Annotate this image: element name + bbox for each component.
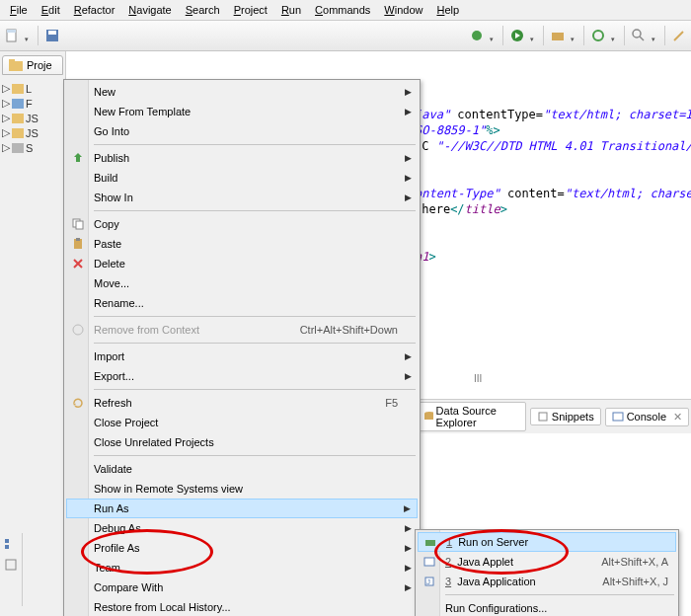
applet-icon xyxy=(422,554,437,570)
tab-snippets[interactable]: Snippets xyxy=(530,408,601,425)
tree-item[interactable]: ▷L xyxy=(2,81,63,96)
svg-rect-3 xyxy=(48,31,56,35)
dropdown-icon[interactable] xyxy=(652,34,658,38)
run-configurations[interactable]: Run Configurations... xyxy=(418,598,676,616)
cm-team[interactable]: Team▶ xyxy=(66,558,418,578)
folder-icon xyxy=(9,59,23,71)
sync-icon[interactable] xyxy=(590,28,606,43)
cm-run-as[interactable]: Run As▶ xyxy=(66,499,418,518)
java-application[interactable]: J3Java ApplicationAlt+Shift+X, J xyxy=(418,572,676,591)
paste-icon xyxy=(70,236,86,252)
new-icon[interactable] xyxy=(4,28,20,43)
svg-point-22 xyxy=(73,325,83,335)
cm-close-project[interactable]: Close Project xyxy=(66,413,418,432)
cm-profile-as[interactable]: Profile As▶ xyxy=(66,538,418,558)
menu-file[interactable]: File xyxy=(4,2,34,18)
svg-rect-30 xyxy=(613,413,623,421)
cm-publish[interactable]: Publish▶ xyxy=(66,148,418,168)
remove-context-icon xyxy=(70,322,86,338)
restore-icon[interactable] xyxy=(3,557,19,573)
menu-window[interactable]: Window xyxy=(378,2,428,18)
svg-rect-31 xyxy=(5,539,9,543)
svg-point-8 xyxy=(633,30,641,38)
menu-help[interactable]: Help xyxy=(430,2,465,18)
debug-icon[interactable] xyxy=(469,28,485,43)
svg-line-9 xyxy=(640,37,644,40)
save-icon[interactable] xyxy=(44,28,60,43)
bottom-tabs: Data Source Explorer Snippets Console✕ xyxy=(415,399,691,433)
left-panel: Proje ▷L ▷F ▷JS ▷JS ▷S xyxy=(0,51,66,616)
dropdown-icon[interactable] xyxy=(490,34,497,38)
svg-rect-15 xyxy=(12,114,24,123)
cm-copy[interactable]: Copy xyxy=(66,214,418,234)
tab-console[interactable]: Console✕ xyxy=(605,408,689,426)
svg-point-7 xyxy=(593,31,603,40)
svg-rect-23 xyxy=(425,540,435,546)
cm-new[interactable]: New▶ xyxy=(66,82,418,102)
dropdown-icon[interactable] xyxy=(25,34,32,38)
svg-line-10 xyxy=(674,32,683,40)
package-icon[interactable] xyxy=(550,28,566,43)
cm-remove-context[interactable]: Remove from ContextCtrl+Alt+Shift+Down xyxy=(66,320,418,340)
cm-debug-as[interactable]: Debug As▶ xyxy=(66,518,418,538)
tree-item[interactable]: ▷F xyxy=(2,96,63,111)
refresh-icon xyxy=(70,395,86,411)
dropdown-icon[interactable] xyxy=(571,34,577,38)
project-tree[interactable]: ▷L ▷F ▷JS ▷JS ▷S xyxy=(0,75,65,161)
outline-icon[interactable] xyxy=(3,537,19,553)
scroll-thumb[interactable]: III xyxy=(474,373,482,384)
svg-rect-29 xyxy=(539,413,547,421)
svg-rect-14 xyxy=(12,99,24,109)
svg-rect-6 xyxy=(552,33,564,40)
java-applet[interactable]: 2Java AppletAlt+Shift+X, A xyxy=(418,552,676,572)
cm-show-in[interactable]: Show In▶ xyxy=(66,188,418,207)
cm-close-unrelated[interactable]: Close Unrelated Projects xyxy=(66,432,418,452)
run-icon[interactable] xyxy=(509,28,525,43)
publish-icon xyxy=(70,150,86,166)
cm-refresh[interactable]: RefreshF5 xyxy=(66,393,418,413)
menu-refactor[interactable]: Refactor xyxy=(68,2,121,18)
tree-item[interactable]: ▷JS xyxy=(2,111,63,125)
cm-rename[interactable]: Rename... xyxy=(66,293,418,313)
cm-export[interactable]: Export...▶ xyxy=(66,366,418,386)
run-on-server[interactable]: 1Run on Server xyxy=(418,532,676,552)
svg-rect-12 xyxy=(9,59,15,63)
cm-compare-with[interactable]: Compare With▶ xyxy=(66,578,418,597)
cm-build[interactable]: Build▶ xyxy=(66,168,418,188)
toolbar xyxy=(0,21,691,51)
tab-data-source-explorer[interactable]: Data Source Explorer xyxy=(417,402,526,431)
close-icon[interactable]: ✕ xyxy=(673,411,682,424)
menu-search[interactable]: Search xyxy=(180,2,226,18)
copy-icon xyxy=(70,216,86,232)
wand-icon[interactable] xyxy=(671,28,687,43)
project-explorer-tab[interactable]: Proje xyxy=(2,55,63,75)
search-icon[interactable] xyxy=(631,28,647,43)
code-editor[interactable]: java" contentType="text/html; charset=IS… xyxy=(415,107,691,265)
cm-new-from-template[interactable]: New From Template▶ xyxy=(66,102,418,121)
cm-go-into[interactable]: Go Into xyxy=(66,121,418,141)
tree-item[interactable]: ▷JS xyxy=(2,125,63,140)
menu-commands[interactable]: Commands xyxy=(309,2,376,18)
cm-restore-history[interactable]: Restore from Local History... xyxy=(66,597,418,616)
svg-rect-32 xyxy=(5,545,9,549)
trim-stack xyxy=(0,533,23,606)
run-as-submenu: 1Run on Server 2Java AppletAlt+Shift+X, … xyxy=(415,529,679,616)
svg-rect-19 xyxy=(76,221,83,229)
menu-project[interactable]: Project xyxy=(228,2,273,18)
cm-show-remote[interactable]: Show in Remote Systems view xyxy=(66,479,418,499)
tree-item[interactable]: ▷S xyxy=(2,140,63,155)
cm-import[interactable]: Import▶ xyxy=(66,346,418,366)
cm-paste[interactable]: Paste xyxy=(66,234,418,254)
cm-delete[interactable]: Delete xyxy=(66,254,418,273)
delete-icon xyxy=(70,256,86,271)
dropdown-icon[interactable] xyxy=(611,34,618,38)
cm-move[interactable]: Move... xyxy=(66,273,418,293)
console-icon xyxy=(612,411,624,423)
cm-validate[interactable]: Validate xyxy=(66,459,418,479)
dropdown-icon[interactable] xyxy=(530,34,537,38)
svg-rect-21 xyxy=(76,238,80,241)
separator xyxy=(664,26,665,45)
menu-edit[interactable]: Edit xyxy=(36,2,66,18)
menu-navigate[interactable]: Navigate xyxy=(122,2,177,18)
menu-run[interactable]: Run xyxy=(275,2,307,18)
